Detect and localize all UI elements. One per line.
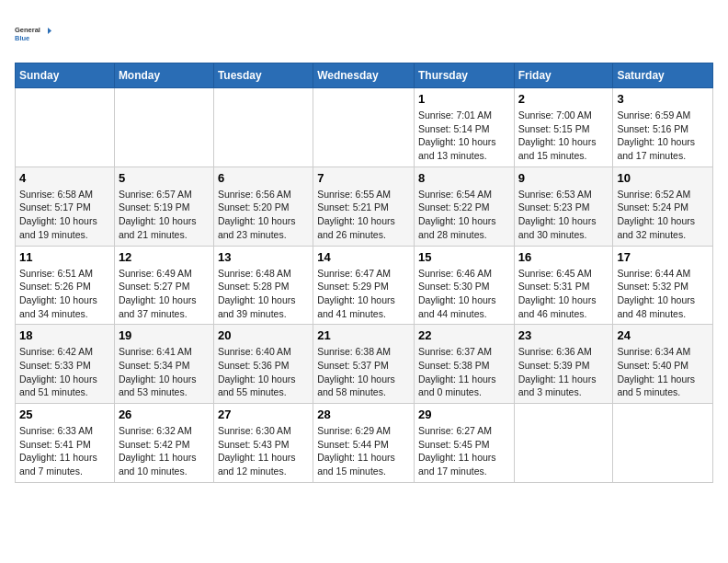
day-number: 18 (19, 328, 110, 342)
day-number: 11 (19, 250, 110, 264)
calendar-cell: 4Sunrise: 6:58 AM Sunset: 5:17 PM Daylig… (16, 167, 115, 246)
weekday-header: Saturday (613, 63, 713, 88)
day-info: Sunrise: 6:59 AM Sunset: 5:16 PM Dayligh… (617, 109, 709, 163)
day-info: Sunrise: 6:44 AM Sunset: 5:32 PM Dayligh… (617, 267, 709, 321)
calendar-cell: 14Sunrise: 6:47 AM Sunset: 5:29 PM Dayli… (313, 246, 415, 325)
day-number: 9 (518, 171, 609, 185)
weekday-header: Thursday (414, 63, 514, 88)
weekday-header: Monday (114, 63, 213, 88)
day-info: Sunrise: 6:51 AM Sunset: 5:26 PM Dayligh… (19, 267, 110, 321)
day-number: 20 (218, 328, 309, 342)
calendar-cell (16, 88, 115, 167)
day-number: 19 (119, 328, 210, 342)
calendar-cell: 29Sunrise: 6:27 AM Sunset: 5:45 PM Dayli… (414, 404, 514, 483)
day-info: Sunrise: 6:41 AM Sunset: 5:34 PM Dayligh… (119, 345, 210, 399)
day-info: Sunrise: 6:49 AM Sunset: 5:27 PM Dayligh… (119, 267, 210, 321)
day-info: Sunrise: 6:52 AM Sunset: 5:24 PM Dayligh… (617, 188, 709, 242)
day-number: 7 (317, 171, 410, 185)
day-info: Sunrise: 6:37 AM Sunset: 5:38 PM Dayligh… (418, 345, 510, 399)
day-info: Sunrise: 6:42 AM Sunset: 5:33 PM Dayligh… (19, 345, 110, 399)
calendar-week-row: 1Sunrise: 7:01 AM Sunset: 5:14 PM Daylig… (16, 88, 713, 167)
day-number: 1 (418, 92, 510, 106)
day-info: Sunrise: 6:56 AM Sunset: 5:20 PM Dayligh… (218, 188, 309, 242)
weekday-header: Tuesday (213, 63, 313, 88)
calendar-table: SundayMondayTuesdayWednesdayThursdayFrid… (15, 63, 713, 483)
day-info: Sunrise: 6:57 AM Sunset: 5:19 PM Dayligh… (119, 188, 210, 242)
logo: General Blue (15, 15, 51, 52)
day-number: 25 (19, 408, 110, 421)
day-number: 23 (518, 328, 609, 342)
svg-text:General: General (15, 26, 40, 34)
calendar-cell: 6Sunrise: 6:56 AM Sunset: 5:20 PM Daylig… (213, 167, 313, 246)
weekday-header: Sunday (16, 63, 115, 88)
calendar-week-row: 25Sunrise: 6:33 AM Sunset: 5:41 PM Dayli… (16, 404, 713, 483)
calendar-cell: 26Sunrise: 6:32 AM Sunset: 5:42 PM Dayli… (114, 404, 213, 483)
day-info: Sunrise: 6:29 AM Sunset: 5:44 PM Dayligh… (317, 424, 410, 478)
calendar-cell: 10Sunrise: 6:52 AM Sunset: 5:24 PM Dayli… (613, 167, 713, 246)
calendar-cell (114, 88, 213, 167)
day-number: 5 (119, 171, 210, 185)
calendar-cell: 18Sunrise: 6:42 AM Sunset: 5:33 PM Dayli… (16, 325, 115, 404)
calendar-cell: 23Sunrise: 6:36 AM Sunset: 5:39 PM Dayli… (514, 325, 613, 404)
day-number: 12 (119, 250, 210, 264)
day-info: Sunrise: 6:27 AM Sunset: 5:45 PM Dayligh… (418, 424, 510, 478)
day-info: Sunrise: 6:48 AM Sunset: 5:28 PM Dayligh… (218, 267, 309, 321)
calendar-cell: 21Sunrise: 6:38 AM Sunset: 5:37 PM Dayli… (313, 325, 415, 404)
day-info: Sunrise: 6:58 AM Sunset: 5:17 PM Dayligh… (19, 188, 110, 242)
day-number: 28 (317, 408, 410, 421)
svg-text:Blue: Blue (15, 34, 29, 42)
calendar-cell: 19Sunrise: 6:41 AM Sunset: 5:34 PM Dayli… (114, 325, 213, 404)
calendar-week-row: 11Sunrise: 6:51 AM Sunset: 5:26 PM Dayli… (16, 246, 713, 325)
day-info: Sunrise: 6:53 AM Sunset: 5:23 PM Dayligh… (518, 188, 609, 242)
calendar-cell: 3Sunrise: 6:59 AM Sunset: 5:16 PM Daylig… (613, 88, 713, 167)
calendar-cell (613, 404, 713, 483)
day-number: 24 (617, 328, 709, 342)
day-info: Sunrise: 7:00 AM Sunset: 5:15 PM Dayligh… (518, 109, 609, 163)
weekday-header: Friday (514, 63, 613, 88)
calendar-cell: 1Sunrise: 7:01 AM Sunset: 5:14 PM Daylig… (414, 88, 514, 167)
day-info: Sunrise: 6:55 AM Sunset: 5:21 PM Dayligh… (317, 188, 410, 242)
day-number: 15 (418, 250, 510, 264)
calendar-cell (213, 88, 313, 167)
calendar-cell: 7Sunrise: 6:55 AM Sunset: 5:21 PM Daylig… (313, 167, 415, 246)
calendar-cell: 22Sunrise: 6:37 AM Sunset: 5:38 PM Dayli… (414, 325, 514, 404)
calendar-cell: 16Sunrise: 6:45 AM Sunset: 5:31 PM Dayli… (514, 246, 613, 325)
day-number: 27 (218, 408, 309, 421)
day-info: Sunrise: 6:40 AM Sunset: 5:36 PM Dayligh… (218, 345, 309, 399)
day-number: 3 (617, 92, 709, 106)
weekday-header: Wednesday (313, 63, 415, 88)
day-info: Sunrise: 6:36 AM Sunset: 5:39 PM Dayligh… (518, 345, 609, 399)
day-info: Sunrise: 6:34 AM Sunset: 5:40 PM Dayligh… (617, 345, 709, 399)
calendar-cell: 17Sunrise: 6:44 AM Sunset: 5:32 PM Dayli… (613, 246, 713, 325)
day-info: Sunrise: 6:54 AM Sunset: 5:22 PM Dayligh… (418, 188, 510, 242)
day-info: Sunrise: 7:01 AM Sunset: 5:14 PM Dayligh… (418, 109, 510, 163)
calendar-cell: 12Sunrise: 6:49 AM Sunset: 5:27 PM Dayli… (114, 246, 213, 325)
day-number: 4 (19, 171, 110, 185)
svg-marker-2 (48, 28, 51, 34)
calendar-cell: 9Sunrise: 6:53 AM Sunset: 5:23 PM Daylig… (514, 167, 613, 246)
weekday-header-row: SundayMondayTuesdayWednesdayThursdayFrid… (16, 63, 713, 88)
calendar-cell: 15Sunrise: 6:46 AM Sunset: 5:30 PM Dayli… (414, 246, 514, 325)
day-number: 13 (218, 250, 309, 264)
day-info: Sunrise: 6:46 AM Sunset: 5:30 PM Dayligh… (418, 267, 510, 321)
calendar-cell: 25Sunrise: 6:33 AM Sunset: 5:41 PM Dayli… (16, 404, 115, 483)
day-number: 22 (418, 328, 510, 342)
day-number: 16 (518, 250, 609, 264)
day-info: Sunrise: 6:47 AM Sunset: 5:29 PM Dayligh… (317, 267, 410, 321)
day-number: 6 (218, 171, 309, 185)
day-number: 29 (418, 408, 510, 421)
day-info: Sunrise: 6:33 AM Sunset: 5:41 PM Dayligh… (19, 424, 110, 478)
calendar-cell (514, 404, 613, 483)
calendar-cell: 8Sunrise: 6:54 AM Sunset: 5:22 PM Daylig… (414, 167, 514, 246)
day-number: 21 (317, 328, 410, 342)
calendar-cell: 13Sunrise: 6:48 AM Sunset: 5:28 PM Dayli… (213, 246, 313, 325)
calendar-cell: 11Sunrise: 6:51 AM Sunset: 5:26 PM Dayli… (16, 246, 115, 325)
day-number: 17 (617, 250, 709, 264)
day-number: 14 (317, 250, 410, 264)
calendar-week-row: 4Sunrise: 6:58 AM Sunset: 5:17 PM Daylig… (16, 167, 713, 246)
page-header: General Blue (15, 15, 713, 52)
calendar-cell (313, 88, 415, 167)
calendar-week-row: 18Sunrise: 6:42 AM Sunset: 5:33 PM Dayli… (16, 325, 713, 404)
day-number: 26 (119, 408, 210, 421)
calendar-cell: 2Sunrise: 7:00 AM Sunset: 5:15 PM Daylig… (514, 88, 613, 167)
